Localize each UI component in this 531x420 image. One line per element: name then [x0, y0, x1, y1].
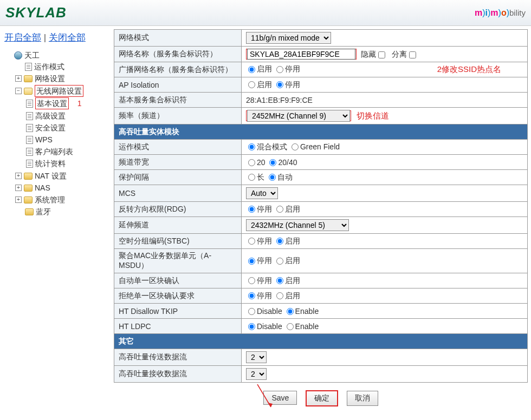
apiso-disable-radio[interactable]: [276, 81, 283, 88]
tree-advanced[interactable]: 高级设置: [26, 110, 109, 121]
tree-security[interactable]: 安全设置: [26, 122, 109, 133]
isolate-checkbox[interactable]: [409, 51, 416, 58]
tree-nas[interactable]: +NAS: [15, 182, 109, 193]
opmode-mixed-radio[interactable]: [248, 143, 255, 150]
row-extch-label: 延伸频道: [114, 217, 242, 234]
globe-icon: [14, 51, 22, 60]
tree-bluetooth[interactable]: 蓝牙: [15, 206, 109, 217]
expand-icon[interactable]: +: [15, 196, 22, 203]
row-ssid-val: 隐藏 分离: [242, 47, 528, 62]
page-icon: [26, 100, 33, 108]
bw-2040-radio[interactable]: [269, 159, 276, 166]
amsdu-start-radio[interactable]: [276, 258, 283, 265]
autoba-start-radio[interactable]: [276, 277, 283, 284]
opmode-green-radio[interactable]: [292, 143, 299, 150]
header-bar: SKYLAB m)i)m)o)bility: [0, 0, 531, 26]
tree-nat[interactable]: +NAT 设置: [15, 170, 109, 181]
broadcast-enable-radio[interactable]: [248, 66, 255, 73]
declineba-stop-radio[interactable]: [248, 292, 255, 299]
tree-wps[interactable]: WPS: [26, 134, 109, 145]
folder-icon: [24, 173, 33, 180]
ssid-input[interactable]: [247, 49, 355, 60]
ok-button[interactable]: 确定: [306, 390, 338, 406]
row-ssid-label: 网络名称（服务集合标识符）: [114, 47, 242, 62]
autoba-stop-radio[interactable]: [248, 277, 255, 284]
row-bssid-val: 28:A1:EB:F9:F9:CE: [242, 93, 528, 108]
section-other: 其它: [114, 334, 528, 349]
stbc-start-radio[interactable]: [276, 238, 283, 245]
folder-open-icon: [24, 88, 33, 95]
row-autoba-label: 自动单一区块确认: [114, 273, 242, 288]
tree-controls: 开启全部 | 关闭全部: [4, 31, 109, 44]
tkip-disable-radio[interactable]: [248, 308, 255, 315]
page-icon: [26, 124, 33, 132]
page-icon: [26, 160, 33, 168]
page-icon: [25, 63, 32, 71]
collapse-all-link[interactable]: 关闭全部: [49, 32, 86, 43]
expand-all-link[interactable]: 开启全部: [4, 32, 41, 43]
section-ht: 高吞吐量实体模块: [114, 124, 528, 140]
broadcast-disable-radio[interactable]: [276, 66, 283, 73]
row-amsdu-label: 聚合MAC业务数据单元（A-MSDU）: [114, 249, 242, 273]
tx-select[interactable]: 2: [246, 351, 267, 363]
row-declineba-label: 拒绝单一区块确认要求: [114, 288, 242, 304]
row-opmode-label: 运作模式: [114, 140, 242, 155]
page-icon: [26, 148, 33, 156]
arrow-icon: [255, 384, 276, 414]
expand-icon[interactable]: +: [15, 75, 22, 82]
folder-icon: [24, 75, 33, 82]
row-netmode-val: 11b/g/n mixed mode: [242, 30, 528, 47]
gi-long-radio[interactable]: [248, 174, 255, 181]
row-rdg-label: 反转方向权限(RDG): [114, 202, 242, 217]
row-netmode-label: 网络模式: [114, 30, 242, 47]
rdg-start-radio[interactable]: [276, 206, 283, 213]
tree-op-mode[interactable]: 运作模式: [15, 61, 109, 72]
folder-icon: [24, 196, 33, 204]
tree-root[interactable]: 天工: [4, 50, 109, 61]
tree-stats[interactable]: 统计资料: [26, 158, 109, 169]
amsdu-stop-radio[interactable]: [248, 258, 255, 265]
collapse-icon[interactable]: −: [15, 88, 22, 94]
row-gi-label: 保护间隔: [114, 170, 242, 185]
row-tkip-label: HT Disallow TKIP: [114, 304, 242, 319]
ssid-annotation: 2修改SSID热点名: [437, 64, 501, 75]
ldpc-disable-radio[interactable]: [248, 323, 255, 330]
row-broadcast-label: 广播网络名称（服务集合标识符）: [114, 62, 242, 77]
tree-system[interactable]: +系统管理: [15, 194, 109, 205]
hide-ssid-checkbox[interactable]: [378, 51, 385, 58]
stbc-stop-radio[interactable]: [248, 238, 255, 245]
netmode-select[interactable]: 11b/g/n mixed mode: [246, 32, 331, 44]
row-broadcast-val: 启用 停用 2修改SSID热点名: [242, 62, 528, 77]
expand-icon[interactable]: +: [15, 185, 22, 191]
extch-select[interactable]: 2432MHz (Channel 5): [246, 219, 349, 231]
expand-icon[interactable]: +: [15, 173, 22, 179]
row-rx-label: 高吞吐量接收数据流: [114, 366, 242, 383]
row-freq-val: 2452MHz (Channel 9) 切换信道: [242, 108, 528, 124]
mimobility-logo: m)i)m)o)bility: [475, 8, 526, 18]
tree-basic[interactable]: 基本设置 1: [26, 97, 109, 109]
bw-20-radio[interactable]: [248, 159, 255, 166]
row-stbc-label: 空时分组编码(STBC): [114, 234, 242, 249]
gi-auto-radio[interactable]: [269, 174, 276, 181]
row-apiso-label: AP Isolation: [114, 77, 242, 93]
tree-network[interactable]: +网络设置: [15, 73, 109, 84]
row-apiso-val: 启用 停用: [242, 77, 528, 93]
page-icon: [26, 112, 33, 120]
ldpc-enable-radio[interactable]: [287, 323, 294, 330]
mcs-select[interactable]: Auto: [246, 187, 278, 199]
freq-select[interactable]: 2452MHz (Channel 9): [247, 110, 350, 122]
tree-clients[interactable]: 客户端列表: [26, 146, 109, 157]
tree-wireless[interactable]: −无线网路设置: [15, 85, 109, 97]
folder-icon: [25, 208, 34, 215]
rdg-stop-radio[interactable]: [248, 206, 255, 213]
rx-select[interactable]: 2: [246, 368, 267, 380]
folder-icon: [24, 185, 33, 192]
row-tx-label: 高吞吐量传送数据流: [114, 349, 242, 366]
declineba-start-radio[interactable]: [276, 292, 283, 299]
row-freq-label: 频率（频道）: [114, 108, 242, 124]
config-table: 网络模式 11b/g/n mixed mode 网络名称（服务集合标识符） 隐藏…: [114, 29, 528, 383]
apiso-enable-radio[interactable]: [248, 81, 255, 88]
button-row: Save 确定 取消: [114, 390, 528, 406]
cancel-button[interactable]: 取消: [347, 391, 378, 406]
tkip-enable-radio[interactable]: [287, 308, 294, 315]
